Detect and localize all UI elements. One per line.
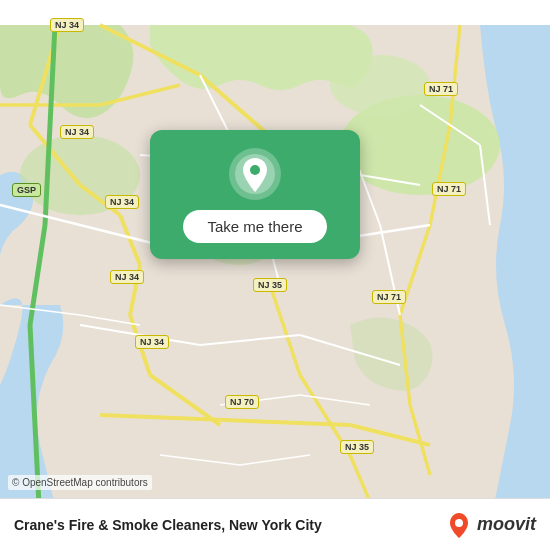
road-badge-nj34-1: NJ 34 [50, 18, 84, 32]
road-badge-nj34-5: NJ 34 [135, 335, 169, 349]
location-pin-icon [229, 148, 281, 200]
road-badge-nj71-3: NJ 71 [372, 290, 406, 304]
road-badge-nj71-1: NJ 71 [424, 82, 458, 96]
place-info: Crane's Fire & Smoke Cleaners, New York … [14, 517, 322, 533]
moovit-pin-icon [445, 511, 473, 539]
take-me-there-button[interactable]: Take me there [183, 210, 326, 243]
place-name: Crane's Fire & Smoke Cleaners, New York … [14, 517, 322, 533]
road-badge-nj34-2: NJ 34 [60, 125, 94, 139]
road-badge-nj35-2: NJ 35 [340, 440, 374, 454]
moovit-logo: moovit [445, 511, 536, 539]
road-badge-nj70: NJ 70 [225, 395, 259, 409]
bottom-bar: Crane's Fire & Smoke Cleaners, New York … [0, 498, 550, 550]
road-badge-nj35-1: NJ 35 [253, 278, 287, 292]
road-badge-nj34-3: NJ 34 [105, 195, 139, 209]
svg-point-51 [250, 165, 260, 175]
svg-point-52 [455, 519, 463, 527]
location-card: Take me there [150, 130, 360, 259]
moovit-brand-text: moovit [477, 514, 536, 535]
map-container: NJ 34 NJ 34 NJ 34 NJ 34 NJ 34 NJ 35 NJ 3… [0, 0, 550, 550]
osm-attribution: © OpenStreetMap contributors [8, 475, 152, 490]
road-badge-nj34-4: NJ 34 [110, 270, 144, 284]
svg-point-3 [330, 55, 430, 115]
road-badge-nj71-2: NJ 71 [432, 182, 466, 196]
map-svg [0, 0, 550, 550]
road-badge-gsp: GSP [12, 183, 41, 197]
